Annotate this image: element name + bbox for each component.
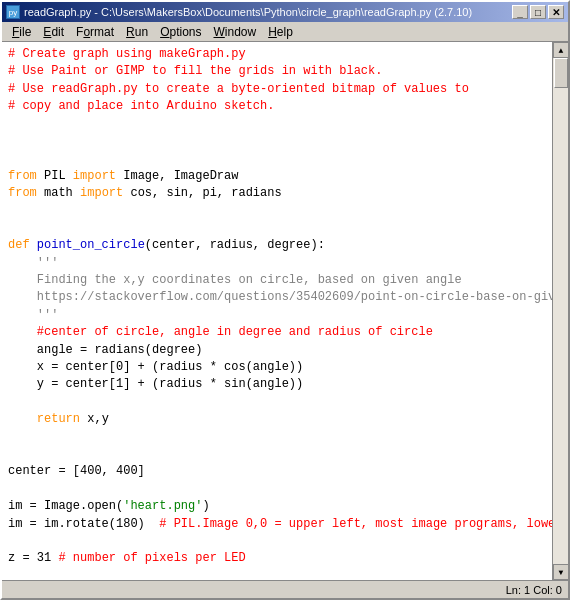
main-window: py readGraph.py - C:\Users\MakersBox\Doc… xyxy=(0,0,570,600)
editor-area: # Create graph using makeGraph.py # Use … xyxy=(2,42,568,580)
vertical-scrollbar[interactable]: ▲ ▼ xyxy=(552,42,568,580)
menu-file[interactable]: File xyxy=(6,23,37,41)
menu-help[interactable]: Help xyxy=(262,23,299,41)
menu-bar: File Edit Format Run Options Window Help xyxy=(2,22,568,42)
title-bar: py readGraph.py - C:\Users\MakersBox\Doc… xyxy=(2,2,568,22)
menu-window[interactable]: Window xyxy=(208,23,263,41)
scroll-thumb[interactable] xyxy=(554,58,568,88)
maximize-button[interactable]: □ xyxy=(530,5,546,19)
close-button[interactable]: ✕ xyxy=(548,5,564,19)
scroll-up-button[interactable]: ▲ xyxy=(553,42,568,58)
code-editor[interactable]: # Create graph using makeGraph.py # Use … xyxy=(2,42,552,580)
menu-options[interactable]: Options xyxy=(154,23,207,41)
status-bar: Ln: 1 Col: 0 xyxy=(2,580,568,598)
scroll-track[interactable] xyxy=(553,58,568,564)
code-content: # Create graph using makeGraph.py # Use … xyxy=(8,46,550,580)
cursor-position: Ln: 1 Col: 0 xyxy=(506,584,562,596)
scroll-down-button[interactable]: ▼ xyxy=(553,564,568,580)
window-title: readGraph.py - C:\Users\MakersBox\Docume… xyxy=(24,6,472,18)
menu-edit[interactable]: Edit xyxy=(37,23,70,41)
minimize-button[interactable]: _ xyxy=(512,5,528,19)
title-bar-left: py readGraph.py - C:\Users\MakersBox\Doc… xyxy=(6,5,472,19)
menu-run[interactable]: Run xyxy=(120,23,154,41)
app-icon: py xyxy=(6,5,20,19)
menu-format[interactable]: Format xyxy=(70,23,120,41)
title-buttons: _ □ ✕ xyxy=(512,5,564,19)
